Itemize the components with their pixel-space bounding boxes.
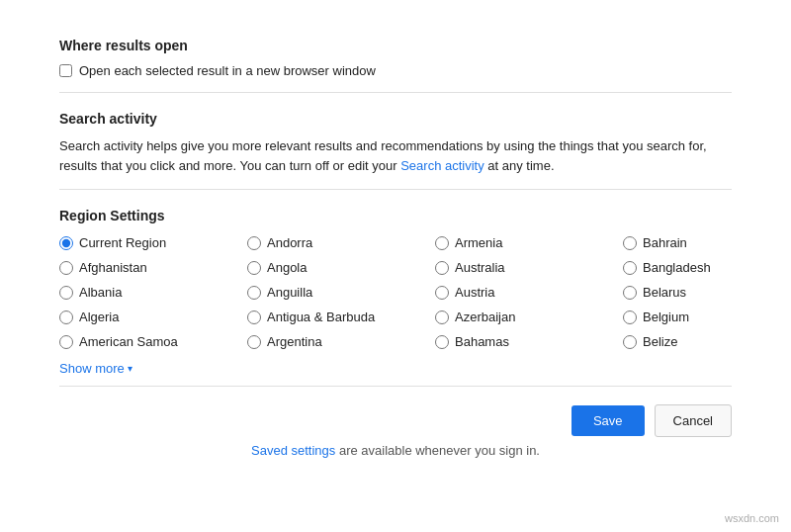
show-more-label: Show more bbox=[59, 361, 125, 376]
saved-settings-row: Saved settings are available whenever yo… bbox=[59, 443, 732, 468]
region-label: American Samoa bbox=[79, 334, 178, 349]
region-radio[interactable] bbox=[435, 261, 449, 275]
region-radio-row[interactable]: Argentina bbox=[247, 332, 435, 351]
region-radio[interactable] bbox=[59, 310, 73, 324]
region-radio-row[interactable]: Andorra bbox=[247, 233, 435, 252]
region-radio[interactable] bbox=[435, 286, 449, 300]
region-radio-row[interactable]: Bahrain bbox=[623, 233, 791, 252]
region-label: Bangladesh bbox=[643, 260, 711, 275]
region-radio[interactable] bbox=[247, 286, 261, 300]
saved-settings-text: are available whenever you sign in. bbox=[335, 443, 540, 458]
footer-buttons: Save Cancel bbox=[59, 387, 732, 443]
region-radio-row[interactable]: Armenia bbox=[435, 233, 623, 252]
region-label: Belize bbox=[643, 334, 677, 349]
show-more-button[interactable]: Show more ▾ bbox=[59, 361, 132, 376]
region-radio[interactable] bbox=[59, 261, 73, 275]
show-more-arrow-icon: ▾ bbox=[128, 363, 132, 374]
region-radio[interactable] bbox=[59, 286, 73, 300]
region-label: Afghanistan bbox=[79, 260, 147, 275]
search-activity-section: Search activity Search activity helps gi… bbox=[59, 93, 732, 190]
region-label: Anguilla bbox=[267, 285, 312, 300]
region-label: Australia bbox=[455, 260, 505, 275]
where-results-title: Where results open bbox=[59, 38, 732, 53]
region-label: Belgium bbox=[643, 310, 689, 324]
region-radio[interactable] bbox=[247, 335, 261, 349]
region-radio-row[interactable]: Anguilla bbox=[247, 283, 435, 302]
region-radio-row[interactable]: American Samoa bbox=[59, 332, 247, 351]
region-label: Azerbaijan bbox=[455, 310, 515, 324]
region-radio-row[interactable]: Bangladesh bbox=[623, 258, 791, 277]
region-settings-section: Region Settings Current RegionAndorraArm… bbox=[59, 190, 732, 386]
region-radio-row[interactable]: Angola bbox=[247, 258, 435, 277]
watermark: wsxdn.com bbox=[725, 512, 779, 524]
region-radio[interactable] bbox=[435, 236, 449, 250]
save-button[interactable]: Save bbox=[571, 405, 645, 436]
region-label: Armenia bbox=[455, 235, 502, 250]
region-label: Angola bbox=[267, 260, 307, 275]
new-window-checkbox-row[interactable]: Open each selected result in a new brows… bbox=[59, 63, 732, 78]
region-label: Belarus bbox=[643, 285, 686, 300]
region-label: Antigua & Barbuda bbox=[267, 310, 375, 324]
search-activity-desc-part1: Search activity helps give you more rele… bbox=[59, 138, 707, 173]
region-radio[interactable] bbox=[435, 335, 449, 349]
search-activity-desc-part2: at any time. bbox=[484, 158, 555, 173]
where-results-section: Where results open Open each selected re… bbox=[59, 20, 732, 93]
region-radio-row[interactable]: Bahamas bbox=[435, 332, 623, 351]
region-settings-title: Region Settings bbox=[59, 208, 732, 223]
region-radio-row[interactable]: Belarus bbox=[623, 283, 791, 302]
region-label: Current Region bbox=[79, 235, 166, 250]
region-label: Albania bbox=[79, 285, 122, 300]
region-radio-row[interactable]: Belgium bbox=[623, 308, 791, 326]
region-radio[interactable] bbox=[623, 286, 637, 300]
region-radio[interactable] bbox=[623, 261, 637, 275]
new-window-label: Open each selected result in a new brows… bbox=[79, 63, 376, 78]
search-activity-description: Search activity helps give you more rele… bbox=[59, 136, 732, 175]
region-radio-row[interactable]: Belize bbox=[623, 332, 791, 351]
region-radio[interactable] bbox=[623, 335, 637, 349]
region-label: Algeria bbox=[79, 310, 119, 324]
region-radio-row[interactable]: Current Region bbox=[59, 233, 247, 252]
region-radio-row[interactable]: Azerbaijan bbox=[435, 308, 623, 326]
region-radio-row[interactable]: Antigua & Barbuda bbox=[247, 308, 435, 326]
region-grid: Current RegionAndorraArmeniaBahrainAfgha… bbox=[59, 233, 732, 351]
region-radio[interactable] bbox=[623, 236, 637, 250]
region-radio-row[interactable]: Afghanistan bbox=[59, 258, 247, 277]
region-label: Argentina bbox=[267, 334, 322, 349]
region-label: Bahamas bbox=[455, 334, 509, 349]
search-activity-title: Search activity bbox=[59, 111, 732, 127]
region-label: Bahrain bbox=[643, 235, 687, 250]
region-radio-row[interactable]: Australia bbox=[435, 258, 623, 277]
region-radio[interactable] bbox=[59, 335, 73, 349]
region-radio[interactable] bbox=[435, 310, 449, 324]
search-activity-link[interactable]: Search activity bbox=[400, 158, 484, 173]
region-radio-row[interactable]: Algeria bbox=[59, 308, 247, 326]
region-radio[interactable] bbox=[247, 261, 261, 275]
page-container: Where results open Open each selected re… bbox=[0, 0, 791, 488]
cancel-button[interactable]: Cancel bbox=[655, 404, 732, 437]
region-radio[interactable] bbox=[247, 236, 261, 250]
region-label: Austria bbox=[455, 285, 494, 300]
region-radio-row[interactable]: Albania bbox=[59, 283, 247, 302]
region-label: Andorra bbox=[267, 235, 312, 250]
new-window-checkbox[interactable] bbox=[59, 64, 72, 77]
region-radio[interactable] bbox=[247, 310, 261, 324]
region-radio[interactable] bbox=[623, 310, 637, 324]
region-radio-row[interactable]: Austria bbox=[435, 283, 623, 302]
region-radio[interactable] bbox=[59, 236, 73, 250]
saved-settings-link[interactable]: Saved settings bbox=[251, 443, 335, 458]
